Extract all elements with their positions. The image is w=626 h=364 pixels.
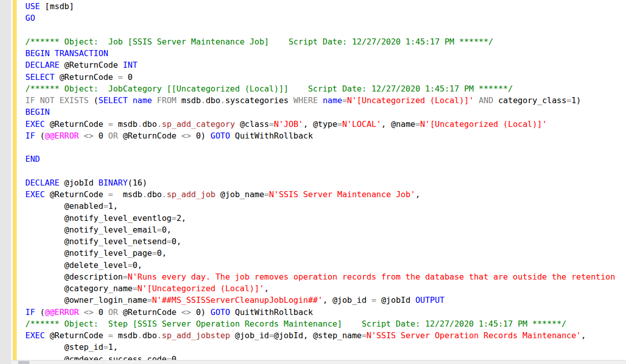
- code-token: @jobId: [59, 178, 98, 188]
- code-token: =: [269, 119, 274, 129]
- code-token: sp_add_category: [162, 119, 235, 129]
- code-token: EXEC: [25, 331, 45, 340]
- ssms-query-editor[interactable]: USE [msdb]GO/****** Object: Job [SSIS Se…: [0, 0, 626, 364]
- code-token: =: [362, 331, 367, 340]
- code-token: SELECT: [25, 72, 55, 82]
- code-token: @job_name: [216, 190, 264, 199]
- code-token: 0): [191, 131, 211, 141]
- code-line: BEGIN: [25, 106, 626, 118]
- code-token: dbo: [142, 331, 157, 340]
- code-token: =: [108, 190, 113, 199]
- code-token: BEGIN: [25, 107, 50, 117]
- code-token: @notify_level_page: [25, 248, 152, 258]
- code-token: , @job_id: [323, 295, 371, 305]
- code-line: DECLARE @jobId BINARY(16): [25, 177, 626, 189]
- code-token: =: [342, 96, 347, 105]
- code-token: @ReturnCode: [118, 307, 181, 317]
- code-token: .: [157, 119, 162, 129]
- code-token: [128, 96, 133, 105]
- code-token: .: [142, 190, 147, 199]
- code-token: END: [25, 154, 40, 164]
- code-token: @notify_level_email: [25, 225, 157, 235]
- code-token: @ReturnCode: [55, 72, 118, 82]
- code-token: AND: [479, 96, 493, 105]
- code-token: IF: [25, 131, 35, 141]
- code-token: @ReturnCode: [118, 131, 181, 141]
- code-token: =: [415, 119, 421, 129]
- code-token: IF: [25, 307, 35, 317]
- code-token: N'LOCAL': [342, 119, 381, 129]
- code-token: N'JOB': [274, 119, 303, 129]
- code-line: [25, 165, 626, 177]
- code-token: @notify_level_netsend: [25, 237, 166, 246]
- code-token: @jobId: [377, 295, 415, 305]
- code-line: @step_id=1,: [25, 341, 626, 353]
- code-line: BEGIN TRANSACTION: [25, 48, 626, 59]
- code-token: =: [123, 272, 128, 282]
- code-token: [79, 131, 84, 141]
- code-token: [msdb]: [40, 2, 74, 11]
- code-token: @@ERROR: [45, 131, 79, 141]
- code-line: @notify_level_page=0,: [25, 247, 626, 259]
- code-line: /****** Object: JobCategory [[Uncategori…: [25, 83, 626, 95]
- code-token: (: [35, 307, 45, 317]
- code-token: =: [166, 237, 172, 246]
- code-token: OUTPUT: [415, 295, 445, 305]
- code-token: @jobId, @step_name: [274, 331, 361, 340]
- code-token: sp_add_jobstep: [162, 331, 230, 340]
- code-token: ,: [415, 190, 421, 199]
- code-token: 0,: [157, 248, 166, 258]
- code-token: @class: [235, 119, 269, 129]
- code-line: IF NOT EXISTS (SELECT name FROM msdb.dbo…: [25, 95, 626, 106]
- code-token: dbo: [142, 119, 157, 129]
- code-token: 0,: [133, 260, 142, 270]
- horizontal-scrollbar[interactable]: [11, 360, 626, 364]
- code-token: .: [138, 331, 143, 340]
- code-token: GO: [25, 13, 35, 23]
- code-token: =: [152, 248, 157, 258]
- code-token: 0: [94, 307, 108, 317]
- code-line: @notify_level_netsend=0,: [25, 236, 626, 247]
- code-token: N'##MS_SSISServerCleanupJobLogin##': [152, 295, 322, 305]
- code-token: @step_id: [25, 342, 103, 352]
- code-token: @@ERROR: [45, 307, 79, 317]
- code-token: dbo: [147, 190, 162, 199]
- code-token: =: [108, 119, 113, 129]
- code-token: .: [157, 331, 162, 340]
- code-token: @description: [25, 272, 123, 282]
- code-token: @category_name: [25, 284, 133, 293]
- code-token: OR: [108, 307, 118, 317]
- code-token: <>: [84, 131, 94, 141]
- code-area[interactable]: USE [msdb]GO/****** Object: Job [SSIS Se…: [0, 0, 626, 364]
- code-line: /****** Object: Step [SSIS Server Operat…: [25, 318, 626, 330]
- code-token: [318, 96, 323, 105]
- code-token: =: [264, 190, 269, 199]
- code-token: .: [162, 190, 167, 199]
- code-token: 2,: [177, 213, 186, 223]
- code-token: WHERE: [294, 96, 318, 105]
- code-token: EXEC: [25, 119, 45, 129]
- code-token: =: [269, 331, 274, 340]
- code-line: @category_name=N'[Uncategorized (Local)]…: [25, 283, 626, 294]
- code-token: (: [35, 131, 45, 141]
- code-token: category_class: [493, 96, 567, 105]
- code-token: @ReturnCode: [45, 190, 108, 199]
- code-token: GOTO: [211, 307, 230, 317]
- code-token: 0: [94, 131, 108, 141]
- scrollbar-thumb[interactable]: [18, 361, 29, 364]
- code-token: FROM: [157, 96, 177, 105]
- code-token: 1): [571, 96, 581, 105]
- code-token: [79, 307, 84, 317]
- code-token: N'[Uncategorized (Local)]': [347, 96, 474, 105]
- code-token: 0,: [162, 225, 172, 235]
- code-token: N'[Uncategorized (Local)]': [420, 119, 547, 129]
- code-token: QuitWithRollback: [230, 131, 313, 141]
- code-token: @owner_login_name: [25, 295, 147, 305]
- code-token: (: [94, 96, 99, 105]
- code-token: N'[Uncategorized (Local)]': [138, 284, 264, 293]
- code-token: 0: [123, 72, 133, 82]
- code-token: GOTO: [211, 131, 230, 141]
- code-line: EXEC @ReturnCode = msdb.dbo.sp_add_jobst…: [25, 330, 626, 341]
- code-token: =: [172, 213, 177, 223]
- code-line: IF (@@ERROR <> 0 OR @ReturnCode <> 0) GO…: [25, 130, 626, 142]
